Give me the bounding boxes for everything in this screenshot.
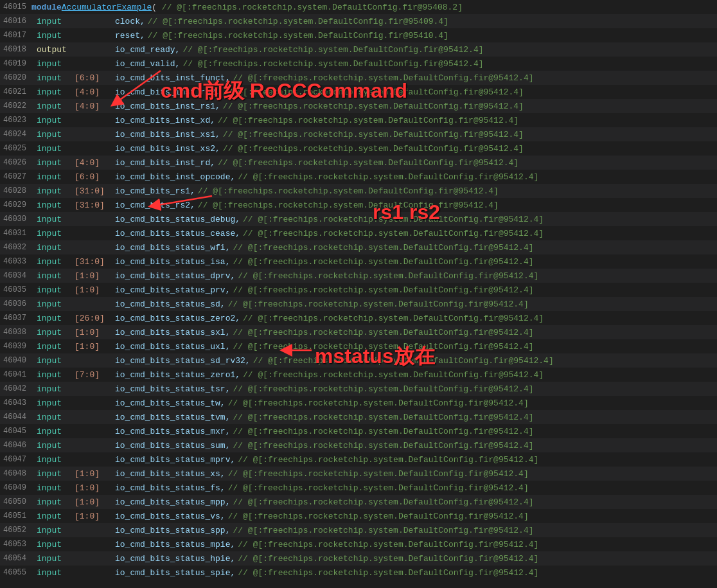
- keyword-input: input: [37, 413, 72, 422]
- line-number: 46053: [3, 540, 31, 549]
- table-row: 46029input[31:0]io_cmd_bits_rs2,// @[:fr…: [0, 198, 717, 212]
- table-row: 46042inputio_cmd_bits_status_tsr,// @[:f…: [0, 382, 717, 396]
- table-row: 46039input[1:0]io_cmd_bits_status_uxl,//…: [0, 339, 717, 353]
- line-number: 46039: [3, 342, 31, 351]
- line-number: 46043: [3, 398, 31, 407]
- port-comment: // @[:freechips.rocketchip.system.Defaul…: [243, 215, 544, 224]
- line-number: 46046: [3, 441, 31, 450]
- keyword-input: input: [37, 568, 72, 578]
- line-number: 46020: [3, 73, 31, 82]
- port-comment: // @[:freechips.rocketchip.system.Defaul…: [198, 200, 499, 210]
- keyword-input: input: [37, 469, 72, 479]
- table-row: 46025inputio_cmd_bits_inst_xs2,// @[:fre…: [0, 141, 717, 156]
- port-signal: io_cmd_bits_inst_rs2,: [115, 87, 220, 97]
- module-name[interactable]: AccumulatorExample: [62, 3, 152, 12]
- port-width: [4:0]: [75, 158, 110, 168]
- module-rest: ( // @[:freechips.rocketchip.system.Defa…: [152, 3, 463, 12]
- port-comment: // @[:freechips.rocketchip.system.Defaul…: [228, 512, 529, 521]
- keyword-input: input: [37, 427, 72, 436]
- keyword-input: input: [37, 31, 72, 40]
- table-row: 46036inputio_cmd_bits_status_sd,// @[:fr…: [0, 297, 717, 311]
- port-signal: io_cmd_bits_rs1,: [115, 186, 195, 196]
- keyword-input: input: [37, 243, 72, 253]
- table-row: 46052inputio_cmd_bits_status_spp,// @[:f…: [0, 523, 717, 537]
- line-number: 46047: [3, 455, 31, 464]
- line-number: 46027: [3, 172, 31, 181]
- line-number: 46041: [3, 370, 31, 379]
- table-row: 46038input[1:0]io_cmd_bits_status_sxl,//…: [0, 325, 717, 339]
- port-comment: // @[:freechips.rocketchip.system.Defaul…: [233, 497, 533, 507]
- line-number: 46042: [3, 384, 31, 393]
- port-comment: // @[:freechips.rocketchip.system.Defaul…: [228, 483, 529, 493]
- keyword-input: input: [37, 328, 72, 337]
- port-comment: // @[:freechips.rocketchip.system.Defaul…: [223, 130, 524, 139]
- line-number: 46051: [3, 512, 31, 521]
- port-comment: // @[:freechips.rocketchip.system.Defaul…: [233, 427, 533, 436]
- port-comment: // @[:freechips.rocketchip.system.Defaul…: [228, 398, 529, 408]
- port-width: [31:0]: [75, 257, 110, 267]
- keyword-input: input: [37, 73, 72, 83]
- line-number: 46017: [3, 31, 31, 40]
- keyword-input: input: [37, 130, 72, 139]
- port-signal: io_cmd_bits_inst_xs1,: [115, 130, 220, 139]
- port-comment: // @[:freechips.rocketchip.system.Defaul…: [238, 540, 538, 549]
- line-number: 46031: [3, 229, 31, 238]
- table-row: 46026input[4:0]io_cmd_bits_inst_rd,// @[…: [0, 156, 717, 170]
- line-number: 46022: [3, 102, 31, 111]
- port-signal: clock,: [115, 17, 145, 26]
- port-signal: io_cmd_ready,: [115, 45, 180, 55]
- line-number: 46040: [3, 356, 31, 365]
- line-number: 46048: [3, 469, 31, 478]
- port-signal: io_cmd_bits_status_sd_rv32,: [115, 356, 251, 366]
- port-signal: io_cmd_bits_status_cease,: [115, 229, 240, 238]
- table-row: 46041input[7:0]io_cmd_bits_status_zero1,…: [0, 368, 717, 382]
- port-signal: io_cmd_bits_status_tw,: [115, 398, 226, 408]
- keyword-input: input: [37, 483, 72, 493]
- port-signal: io_cmd_bits_status_debug,: [115, 215, 240, 224]
- keyword-input: input: [37, 144, 72, 154]
- table-row: 46016inputclock,// @[:freechips.rocketch…: [0, 14, 717, 28]
- port-comment: // @[:freechips.rocketchip.system.Defaul…: [233, 384, 533, 394]
- port-signal: io_cmd_bits_status_zero2,: [115, 314, 240, 323]
- port-width: [1:0]: [75, 328, 110, 337]
- keyword-input: input: [37, 215, 72, 224]
- port-comment: // @[:freechips.rocketchip.system.Defaul…: [148, 31, 448, 40]
- port-comment: // @[:freechips.rocketchip.system.Defaul…: [238, 172, 538, 182]
- port-comment: // @[:freechips.rocketchip.system.Defaul…: [228, 299, 529, 309]
- table-row: 46017inputreset,// @[:freechips.rocketch…: [0, 28, 717, 42]
- keyword-input: input: [37, 158, 72, 168]
- port-width: [1:0]: [75, 483, 110, 493]
- port-signal: io_cmd_bits_status_isa,: [115, 257, 230, 267]
- line-number: 46015: [3, 3, 31, 12]
- port-width: [4:0]: [75, 87, 110, 97]
- port-comment: // @[:freechips.rocketchip.system.Defaul…: [182, 45, 483, 55]
- port-comment: // @[:freechips.rocketchip.system.Defaul…: [233, 257, 533, 267]
- port-comment: // @[:freechips.rocketchip.system.Defaul…: [233, 526, 533, 535]
- keyword-input: input: [37, 200, 72, 210]
- line-number: 46036: [3, 299, 31, 308]
- line-number: 46037: [3, 314, 31, 323]
- port-comment: // @[:freechips.rocketchip.system.Defaul…: [243, 370, 544, 380]
- line-number: 46050: [3, 497, 31, 506]
- port-signal: io_cmd_bits_status_uxl,: [115, 342, 230, 352]
- port-signal: io_cmd_bits_inst_rd,: [115, 158, 215, 168]
- port-comment: // @[:freechips.rocketchip.system.Defaul…: [253, 356, 554, 366]
- port-signal: io_cmd_bits_inst_rs1,: [115, 102, 220, 111]
- port-comment: // @[:freechips.rocketchip.system.Defaul…: [223, 87, 524, 97]
- table-row: 46045inputio_cmd_bits_status_mxr,// @[:f…: [0, 424, 717, 438]
- port-comment: // @[:freechips.rocketchip.system.Defaul…: [218, 158, 518, 168]
- port-comment: // @[:freechips.rocketchip.system.Defaul…: [148, 17, 448, 26]
- keyword-input: input: [37, 512, 72, 521]
- port-signal: reset,: [115, 31, 145, 40]
- port-width: [6:0]: [75, 172, 110, 182]
- table-row: 46050input[1:0]io_cmd_bits_status_mpp,//…: [0, 495, 717, 509]
- port-comment: // @[:freechips.rocketchip.system.Defaul…: [238, 455, 538, 465]
- line-number: 46025: [3, 144, 31, 153]
- keyword-input: input: [37, 271, 72, 281]
- keyword-input: input: [37, 384, 72, 394]
- keyword-input: input: [37, 59, 72, 69]
- line-number: 46045: [3, 427, 31, 436]
- table-row: 46040inputio_cmd_bits_status_sd_rv32,// …: [0, 353, 717, 368]
- line-number: 46038: [3, 328, 31, 337]
- port-signal: io_cmd_bits_status_sxl,: [115, 328, 230, 337]
